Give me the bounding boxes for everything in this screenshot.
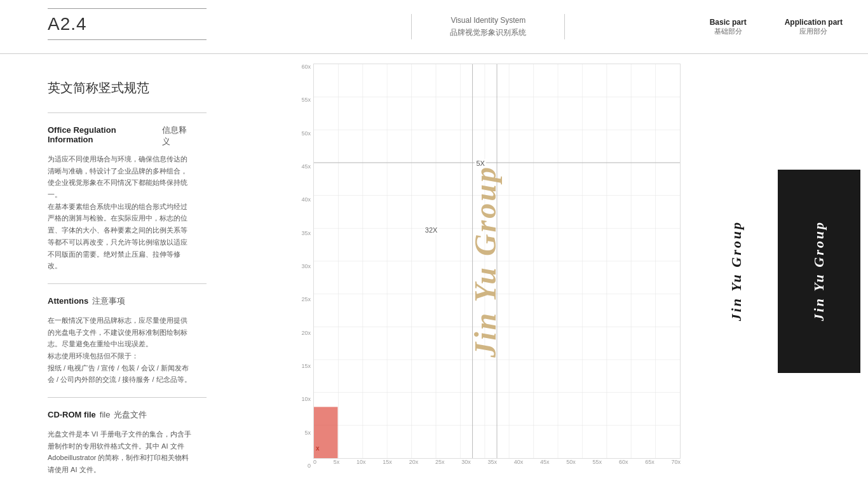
y-label-50: 50x — [289, 130, 313, 137]
y-label-45: 45x — [289, 163, 313, 170]
y-label-0: 0 — [289, 463, 313, 469]
header: A2.4 Visual Identity System 品牌视觉形象识别系统 B… — [0, 0, 868, 54]
header-title-cn: 品牌视觉形象识别系统 — [450, 27, 526, 38]
page-number: A2.4 — [48, 14, 267, 34]
header-bottom-line — [48, 39, 207, 40]
y-label-5: 5x — [289, 430, 313, 436]
logo-text-white-bg: Jin Yu Group — [728, 220, 745, 321]
x-label-35: 35x — [487, 459, 497, 469]
y-label-20: 20x — [289, 330, 313, 336]
logo-black-bg: Jin Yu Group — [778, 170, 860, 373]
nav-basic-part[interactable]: Basic part 基础部分 — [710, 18, 747, 36]
y-label-10: 10x — [289, 396, 313, 402]
logo-white-bg: Jin Yu Group — [695, 170, 778, 373]
x-label-0: 0 — [313, 459, 316, 469]
sec2-heading-en: Attentions — [48, 296, 88, 306]
y-axis: 0 5x 10x 15x 20x 25x 30x 35x 40x 45x 50x… — [289, 64, 313, 469]
header-title-en: Visual Identity System — [451, 16, 526, 25]
y-label-35: 35x — [289, 230, 313, 236]
x-label-45: 45x — [540, 459, 550, 469]
section-attentions: Attentions 注意事项 在一般情况下使用品牌标志，应尽量使用提供的光盘电… — [48, 295, 194, 386]
sec1-heading-cn: 信息释义 — [162, 125, 194, 147]
divider-1 — [48, 283, 207, 284]
sec1-heading-en: Office Regulation Information — [48, 125, 158, 144]
header-center: Visual Identity System 品牌视觉形象识别系统 — [267, 14, 710, 39]
nav-app-part-cn: 应用部分 — [799, 27, 827, 36]
x-label-70: 70x — [671, 459, 681, 469]
sec1-body: 为适应不同使用场合与环境，确保信息传达的清晰与准确，特设计了企业品牌的多种组合，… — [48, 153, 194, 272]
sec3-body: 光盘文件是本 VI 手册电子文件的集合，内含手册制作时的专用软件格式文件。其中 … — [48, 428, 194, 476]
grid-container: 0 5x 10x 15x 20x 25x 30x 35x 40x 45x 50x… — [289, 64, 681, 469]
header-nav: Basic part 基础部分 Application part 应用部分 — [710, 18, 868, 36]
dim-label-5x: 5X — [475, 159, 485, 168]
x-label-5: 5x — [334, 459, 340, 469]
nav-basic-part-cn: 基础部分 — [714, 27, 742, 36]
sec2-body: 在一般情况下使用品牌标志，应尽量使用提供的光盘电子文件，不建议使用标准制图绘制标… — [48, 315, 194, 386]
section-cdrom: CD-ROM file file 光盘文件 光盘文件是本 VI 手册电子文件的集… — [48, 409, 194, 476]
x-axis: 0 5x 10x 15x 20x 25x 30x 35x 40x 45x 50x… — [313, 459, 681, 469]
y-label-60: 60x — [289, 64, 313, 70]
x-label-20: 20x — [409, 459, 419, 469]
nav-app-part-en: Application part — [785, 18, 843, 27]
header-left: A2.4 — [0, 8, 267, 45]
section-regulation: Office Regulation Information 信息释义 为适应不同… — [48, 125, 194, 272]
divider-2 — [48, 397, 207, 398]
header-center-divider — [411, 14, 412, 39]
x-label-30: 30x — [461, 459, 471, 469]
x-label-40: 40x — [514, 459, 524, 469]
divider-0 — [48, 112, 207, 113]
grid-svg: x — [314, 64, 680, 458]
nav-basic-part-en: Basic part — [710, 18, 747, 27]
header-center-divider2 — [564, 14, 565, 39]
sidebar: 英文简称竖式规范 Office Regulation Information 信… — [0, 54, 241, 488]
y-label-40: 40x — [289, 196, 313, 203]
y-label-55: 55x — [289, 97, 313, 103]
sec3-heading-cn: 光盘文件 — [114, 409, 147, 421]
chart-area: 0 5x 10x 15x 20x 25x 30x 35x 40x 45x 50x… — [264, 54, 687, 488]
logo-text-black-bg: Jin Yu Group — [811, 220, 827, 321]
x-label-25: 25x — [435, 459, 445, 469]
sec2-heading-cn: 注意事项 — [92, 295, 125, 307]
sec3-heading-en: CD-ROM file — [48, 410, 96, 419]
svg-text:x: x — [316, 445, 320, 452]
y-label-25: 25x — [289, 296, 313, 302]
x-label-15: 15x — [383, 459, 392, 469]
x-label-65: 65x — [645, 459, 654, 469]
x-label-55: 55x — [593, 459, 602, 469]
x-label-10: 10x — [356, 459, 366, 469]
y-label-30: 30x — [289, 263, 313, 269]
header-top-line — [48, 8, 207, 9]
x-label-50: 50x — [566, 459, 576, 469]
sidebar-title: 英文简称竖式规范 — [48, 79, 194, 97]
sec3-heading-file: file — [100, 410, 111, 419]
y-label-15: 15x — [289, 363, 313, 369]
grid-inner: x Jin Yu Group 5X 32X — [313, 64, 681, 459]
dim-label-32x: 32X — [424, 226, 439, 234]
right-panel: Jin Yu Group Jin Yu Group — [687, 54, 868, 488]
nav-application-part[interactable]: Application part 应用部分 — [785, 18, 843, 36]
header-title-group: Visual Identity System 品牌视觉形象识别系统 — [450, 16, 526, 38]
x-label-60: 60x — [619, 459, 628, 469]
